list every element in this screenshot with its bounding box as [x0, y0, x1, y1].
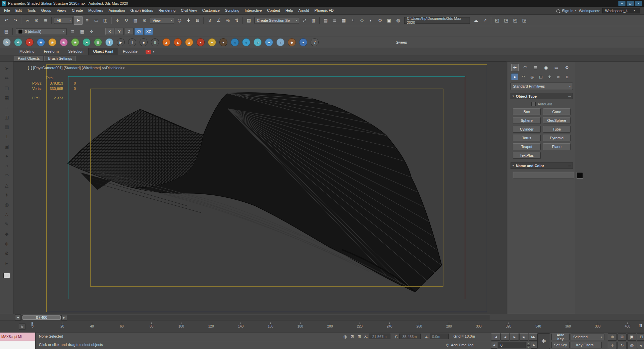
fire-effect-icon[interactable]: ▲: [162, 38, 170, 46]
play-animation-icon[interactable]: ▶: [510, 333, 519, 341]
help-icon[interactable]: ?: [311, 38, 319, 46]
menu-item[interactable]: Group: [38, 7, 54, 14]
grass-tool-icon[interactable]: ψ: [2, 240, 11, 247]
wave-effect-icon[interactable]: ≈: [242, 38, 250, 46]
primitive-button[interactable]: Box: [513, 108, 541, 115]
create-tab-icon[interactable]: ✛: [511, 64, 519, 71]
settings-tool-icon[interactable]: ⚙: [2, 249, 11, 257]
primitives-dropdown[interactable]: Standard Primitives▾: [511, 83, 573, 90]
menu-item[interactable]: Views: [54, 7, 69, 14]
axis-constraint-button[interactable]: X: [105, 28, 114, 35]
track-bar[interactable]: ≋ 02040608010012014016018020022024026028…: [0, 320, 644, 333]
primitive-button[interactable]: Tube: [543, 126, 571, 133]
ribbon-tab[interactable]: Modeling: [15, 48, 39, 55]
menu-item[interactable]: Animation: [106, 7, 128, 14]
selection-lock-icon[interactable]: ⊠: [349, 334, 355, 340]
z-coordinate-field[interactable]: 0.0m: [430, 334, 449, 339]
render-setup-icon[interactable]: ⚙: [376, 16, 384, 25]
track-bar-range-icon[interactable]: ◨: [639, 323, 642, 328]
paint-brush-icon[interactable]: ✎: [2, 220, 11, 228]
menu-item[interactable]: Interactive: [242, 7, 265, 14]
motion-tab-icon[interactable]: ◉: [542, 64, 550, 71]
docking-icon[interactable]: ◲: [520, 16, 529, 25]
window-crossing-icon[interactable]: ◫: [101, 16, 110, 25]
select-cursor-icon[interactable]: ➤: [2, 64, 11, 72]
y-coordinate-field[interactable]: -35.453m: [399, 334, 421, 339]
spacewarps-category-icon[interactable]: ≋: [555, 73, 562, 80]
measure-tool-icon[interactable]: ⊥: [2, 133, 11, 140]
select-and-manipulate-icon[interactable]: ✚: [184, 16, 193, 25]
ocean-effect-icon[interactable]: ≈: [231, 38, 239, 46]
vortex-icon[interactable]: ◉: [71, 38, 79, 46]
arc-shape-icon[interactable]: ◠: [2, 171, 11, 179]
cameras-category-icon[interactable]: ▢: [537, 73, 544, 80]
x-coordinate-field[interactable]: -21.567m: [369, 334, 390, 339]
mini-curve-editor-icon[interactable]: ≋: [19, 323, 25, 330]
object-type-rollout-header[interactable]: ▾ Object Type ─: [511, 93, 573, 99]
selection-filter-dropdown[interactable]: All▾: [54, 17, 73, 24]
candle-effect-icon[interactable]: ▲: [185, 38, 193, 46]
circle-shape-icon[interactable]: ○: [2, 162, 11, 169]
ribbon-tab[interactable]: Populate: [118, 48, 142, 55]
mirror-icon[interactable]: ⇌: [300, 16, 309, 25]
workspace-layout-icon[interactable]: ◳: [502, 16, 511, 25]
absolute-mode-icon[interactable]: ⊞: [356, 334, 362, 340]
droplet-icon[interactable]: ◆: [2, 230, 11, 238]
menu-item[interactable]: Scripting: [222, 7, 242, 14]
shape-square-icon[interactable]: ▢: [2, 84, 11, 92]
isolate-selection-icon[interactable]: ◎: [342, 334, 348, 340]
ribbon-toggle-icon[interactable]: ▦: [339, 16, 348, 25]
go-to-start-icon[interactable]: |◀: [491, 333, 500, 341]
go-to-end-icon[interactable]: ▶▶: [529, 333, 538, 341]
align-icon[interactable]: ▥: [309, 16, 318, 25]
object-name-input[interactable]: [513, 172, 574, 179]
menu-item[interactable]: Rendering: [156, 7, 178, 14]
viewport-layout-tabs-icon[interactable]: ▤: [2, 27, 11, 36]
maximize-viewport-icon[interactable]: ◱: [637, 342, 644, 349]
percent-snap-icon[interactable]: %: [223, 16, 232, 25]
open-in-app-icon[interactable]: ↗: [481, 16, 489, 25]
workspace-dropdown[interactable]: Workspace_4▾: [602, 8, 640, 13]
curve-editor-icon[interactable]: ≈: [348, 16, 357, 25]
previous-frame-icon[interactable]: ◀: [500, 333, 509, 341]
mesher-icon[interactable]: ▦: [94, 38, 102, 46]
lava-effect-icon[interactable]: ●: [197, 38, 205, 46]
geometry-category-icon[interactable]: ●: [511, 73, 518, 80]
pf-source-icon[interactable]: ❖: [3, 38, 11, 46]
shapes-category-icon[interactable]: ◠: [520, 73, 527, 80]
menu-item[interactable]: Modifiers: [86, 7, 106, 14]
menu-item[interactable]: Customize: [200, 7, 222, 14]
primitive-button[interactable]: GeoSphere: [543, 117, 571, 124]
sphere-primitive-icon[interactable]: ●: [2, 152, 11, 160]
set-keys-button[interactable]: ✚: [537, 333, 550, 349]
set-key-button[interactable]: Set Key: [551, 342, 570, 348]
viewport-label[interactable]: [+] [PhysCamera001] [Standard] [Wirefram…: [28, 66, 125, 70]
key-filters-button[interactable]: Key Filters...: [571, 342, 602, 348]
select-and-place-icon[interactable]: ⊙: [140, 16, 149, 25]
foam-effect-icon[interactable]: ○: [254, 38, 262, 46]
menu-item[interactable]: Edit: [13, 7, 24, 14]
draw-curve-icon[interactable]: ≈: [2, 103, 11, 111]
menu-item[interactable]: Civil View: [178, 7, 199, 14]
modify-tab-icon[interactable]: ◠: [522, 64, 529, 71]
liquid-effect-icon[interactable]: ●: [299, 38, 307, 46]
layer-dropdown[interactable]: 0 (default) ▾: [16, 28, 67, 35]
material-editor-icon[interactable]: ◐: [367, 16, 375, 25]
zoom-all-icon[interactable]: ⊛: [618, 333, 627, 341]
previous-frame-arrow[interactable]: ◀: [15, 314, 21, 320]
use-pivot-center-icon[interactable]: ◎: [175, 16, 184, 25]
delete-animation-preview-icon[interactable]: ▯: [151, 38, 159, 46]
layer-explorer-toggle-icon[interactable]: ≣: [330, 16, 339, 25]
selection-region-icon[interactable]: ▭: [92, 16, 101, 25]
box-primitive-icon[interactable]: ▣: [2, 142, 11, 150]
array-tool-icon[interactable]: ▤: [2, 123, 11, 131]
pan-icon[interactable]: ✛: [608, 342, 617, 349]
undo-icon[interactable]: ↶: [2, 16, 11, 25]
flyout-arrow-icon[interactable]: ▸: [2, 259, 11, 267]
spinner-down-icon[interactable]: ▼: [527, 345, 530, 348]
ribbon-subtab[interactable]: Paint Objects: [14, 56, 43, 61]
pin-stack-icon[interactable]: ✛: [87, 27, 96, 36]
axis-constraint-button[interactable]: XY: [135, 28, 143, 35]
menu-item[interactable]: Help: [283, 7, 296, 14]
select-and-move-icon[interactable]: ✛: [113, 16, 122, 25]
